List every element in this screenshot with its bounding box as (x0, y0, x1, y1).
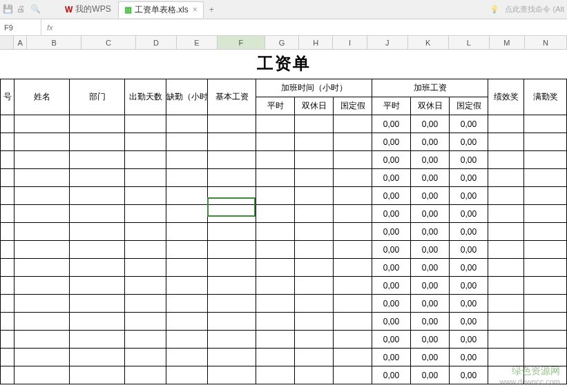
cell[interactable] (125, 331, 166, 349)
cell[interactable] (1, 133, 15, 151)
cell[interactable] (208, 313, 256, 331)
cell[interactable] (125, 187, 166, 205)
cell[interactable]: 0,00 (450, 187, 488, 205)
cell[interactable] (15, 115, 70, 133)
col-header-B[interactable]: B (27, 36, 81, 49)
cell[interactable] (70, 187, 125, 205)
cell[interactable] (488, 241, 524, 259)
cell[interactable] (295, 331, 334, 349)
cell[interactable] (334, 169, 372, 187)
cell[interactable] (70, 277, 125, 295)
cell[interactable] (334, 133, 372, 151)
cell[interactable] (488, 133, 524, 151)
cell[interactable]: 0,00 (411, 133, 450, 151)
cell[interactable] (70, 241, 125, 259)
cell[interactable]: 0,00 (372, 277, 411, 295)
cell[interactable] (256, 366, 295, 384)
cell[interactable] (166, 241, 208, 259)
cell[interactable] (488, 277, 524, 295)
cell[interactable] (256, 313, 295, 331)
cell[interactable] (1, 259, 15, 277)
cell[interactable] (125, 349, 166, 366)
cell[interactable] (524, 349, 567, 366)
cell[interactable]: 0,00 (450, 133, 488, 151)
cell[interactable] (125, 313, 166, 331)
cell[interactable] (70, 331, 125, 349)
cell[interactable] (295, 295, 334, 313)
cell[interactable] (256, 205, 295, 223)
cell[interactable] (256, 223, 295, 241)
cell[interactable]: 0,00 (372, 349, 411, 366)
tab-wps-home[interactable]: W 我的WPS (59, 1, 117, 17)
cell[interactable] (488, 366, 524, 384)
cell[interactable]: 0,00 (372, 187, 411, 205)
cell[interactable] (334, 331, 372, 349)
cell[interactable] (295, 259, 334, 277)
cell[interactable] (334, 366, 372, 384)
tab-payroll-file[interactable]: ▦ 工资单表格.xls × (118, 1, 204, 18)
cell[interactable] (295, 313, 334, 331)
cell[interactable] (334, 115, 372, 133)
cell[interactable] (256, 241, 295, 259)
col-header-M[interactable]: M (490, 36, 525, 49)
cell[interactable] (295, 277, 334, 295)
cell[interactable] (15, 295, 70, 313)
cell[interactable] (256, 115, 295, 133)
cell[interactable]: 0,00 (450, 331, 488, 349)
cell[interactable] (125, 223, 166, 241)
cell[interactable] (1, 187, 15, 205)
select-all-corner[interactable] (0, 36, 14, 49)
cell[interactable] (488, 151, 524, 169)
cell[interactable] (125, 151, 166, 169)
cell[interactable]: 0,00 (372, 331, 411, 349)
cell[interactable] (208, 331, 256, 349)
cell[interactable] (208, 115, 256, 133)
cell[interactable] (256, 349, 295, 366)
cell[interactable] (524, 133, 567, 151)
cell[interactable] (295, 241, 334, 259)
cell[interactable]: 0,00 (372, 366, 411, 384)
cell[interactable] (295, 349, 334, 366)
cell[interactable]: 0,00 (411, 205, 450, 223)
cell[interactable] (1, 223, 15, 241)
cell[interactable] (524, 151, 567, 169)
cell[interactable]: 0,00 (450, 366, 488, 384)
cell[interactable]: 0,00 (411, 187, 450, 205)
cell[interactable] (524, 295, 567, 313)
cell[interactable] (1, 366, 15, 384)
cell[interactable] (1, 295, 15, 313)
cell[interactable] (334, 277, 372, 295)
cell[interactable]: 0,00 (450, 349, 488, 366)
cell[interactable] (524, 331, 567, 349)
cell[interactable] (208, 259, 256, 277)
col-header-H[interactable]: H (299, 36, 333, 49)
cell[interactable] (1, 205, 15, 223)
cell[interactable] (524, 259, 567, 277)
cell[interactable] (70, 133, 125, 151)
cell[interactable] (488, 295, 524, 313)
new-tab-button[interactable]: + (205, 3, 218, 16)
cell[interactable] (1, 151, 15, 169)
cell[interactable] (524, 277, 567, 295)
cell[interactable] (334, 259, 372, 277)
cell[interactable] (166, 259, 208, 277)
name-box[interactable]: F9 (0, 19, 41, 35)
cell[interactable]: 0,00 (450, 259, 488, 277)
col-header-A[interactable]: A (14, 36, 28, 49)
cell[interactable]: 0,00 (372, 241, 411, 259)
cell[interactable]: 0,00 (372, 295, 411, 313)
cell[interactable] (166, 205, 208, 223)
cell[interactable] (166, 151, 208, 169)
cell[interactable] (524, 187, 567, 205)
cell[interactable] (70, 259, 125, 277)
cell[interactable]: 0,00 (411, 331, 450, 349)
cell[interactable] (125, 115, 166, 133)
cell[interactable] (488, 205, 524, 223)
cell[interactable] (295, 151, 334, 169)
cell[interactable]: 0,00 (450, 115, 488, 133)
cell[interactable] (256, 133, 295, 151)
cell[interactable] (295, 205, 334, 223)
col-header-E[interactable]: E (177, 36, 218, 49)
cell[interactable] (1, 241, 15, 259)
cell[interactable]: 0,00 (411, 241, 450, 259)
